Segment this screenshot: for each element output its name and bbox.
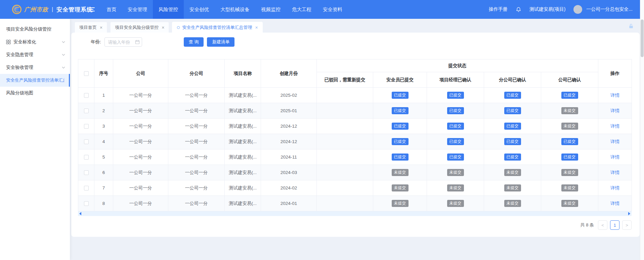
cell-month: 2025-01 (261, 103, 317, 119)
row-checkbox[interactable] (84, 139, 89, 144)
cell-status: 未提交 (373, 165, 427, 180)
status-badge: 未提交 (392, 169, 409, 176)
cell-branch: 一公司一分 (168, 119, 225, 134)
tab-close-icon[interactable]: × (100, 25, 102, 30)
cell-company: 一公司一分 (113, 149, 168, 165)
cell-company: 一公司一分 (113, 196, 168, 211)
table-body: 1一公司一分一公司一分测试建安易(...2025-02已提交已提交已提交已提交详… (78, 88, 632, 211)
detail-link[interactable]: 详情 (610, 185, 619, 190)
header-project: 项目名称 (225, 59, 261, 88)
status-badge: 已提交 (504, 138, 521, 145)
table-row: 3一公司一分一公司一分测试建安易(...2024-12已提交已提交已提交未提交详… (78, 119, 632, 134)
cell-status: 未提交 (541, 180, 598, 196)
page-number-button[interactable]: 1 (610, 220, 619, 230)
tab-close-icon[interactable]: × (162, 25, 164, 30)
row-checkbox[interactable] (84, 186, 89, 190)
header-branch: 分公司 (168, 59, 225, 88)
tenant-name[interactable]: 测试建安易(项目) (529, 6, 565, 12)
lock-icon[interactable] (628, 23, 634, 29)
top-nav: 首页安全管理风险管控安全创优大型机械设备视频监控危大工程安全资料 (88, 0, 348, 19)
row-checkbox[interactable] (84, 124, 89, 129)
detail-link[interactable]: 详情 (610, 155, 619, 160)
nav-item-3[interactable]: 安全创优 (184, 0, 215, 19)
year-input[interactable] (104, 37, 142, 47)
detail-link[interactable]: 详情 (610, 93, 619, 98)
row-checkbox[interactable] (84, 93, 89, 98)
sidebar-item-label: 项目安全风险分级管控 (6, 26, 65, 32)
manual-link[interactable]: 操作手册 (489, 6, 508, 12)
detail-link[interactable]: 详情 (610, 108, 619, 113)
scroll-left-icon[interactable] (79, 212, 81, 215)
horizontal-scrollbar[interactable] (78, 211, 632, 216)
row-checkbox[interactable] (84, 201, 89, 206)
tab-label: 安全生产风险排查管控清单汇总管理 (182, 25, 252, 31)
pagination: 共 8 条 < 1 > (71, 220, 632, 230)
cell-status: 未提交 (541, 196, 598, 211)
detail-link[interactable]: 详情 (610, 201, 619, 206)
sidebar-item-2[interactable]: 安全隐患管理 (0, 48, 70, 61)
cell-status: 已提交 (541, 134, 598, 149)
cell-status: 未提交 (373, 196, 427, 211)
select-all-checkbox[interactable] (84, 71, 89, 76)
detail-link[interactable]: 详情 (610, 139, 619, 144)
prev-page-button[interactable]: < (598, 220, 607, 230)
cell-company: 一公司一分 (113, 88, 168, 103)
tab-2[interactable]: 安全生产风险排查管控清单汇总管理× (172, 22, 262, 33)
row-checkbox[interactable] (84, 155, 89, 160)
cell-select (78, 103, 94, 119)
create-list-button[interactable]: 新建清单 (207, 37, 234, 47)
next-page-button[interactable]: > (622, 220, 632, 230)
nav-item-2[interactable]: 风险管控 (153, 0, 184, 19)
user-name[interactable]: 一公司一分总包安全... (586, 6, 633, 12)
sidebar-item-5[interactable]: 风险分级地图 (0, 87, 70, 99)
scroll-right-icon[interactable] (628, 212, 630, 215)
table-row: 2一公司一分一公司一分测试建安易(...2025-01已提交已提交已提交未提交详… (78, 103, 632, 119)
nav-item-6[interactable]: 危大工程 (286, 0, 317, 19)
nav-item-4[interactable]: 大型机械设备 (215, 0, 255, 19)
collapse-menu-icon[interactable] (89, 6, 95, 12)
cell-status: 未提交 (427, 196, 484, 211)
tab-1[interactable]: 项目安全风险分级管控× (110, 22, 169, 33)
cell-branch: 一公司一分 (168, 196, 225, 211)
cell-index: 4 (94, 134, 113, 149)
cell-index: 3 (94, 119, 113, 134)
cell-branch: 一公司一分 (168, 165, 225, 180)
nav-item-0[interactable]: 首页 (101, 0, 122, 19)
cell-status: 已提交 (484, 103, 541, 119)
cell-action: 详情 (598, 119, 632, 134)
cell-project: 测试建安易(... (225, 119, 261, 134)
sidebar-item-3[interactable]: 安全验收管理 (0, 61, 70, 74)
cell-status: 未提交 (427, 180, 484, 196)
tab-0[interactable]: 项目首页× (75, 22, 107, 33)
detail-link[interactable]: 详情 (610, 124, 619, 129)
header-status-rejected: 已驳回，需重新提交 (317, 72, 373, 88)
nav-item-1[interactable]: 安全管理 (122, 0, 153, 19)
sidebar-item-4[interactable]: 安全生产风险排查管控清单汇总 (0, 74, 70, 87)
cell-status: 已提交 (373, 149, 427, 165)
cell-status: 已提交 (484, 134, 541, 149)
cell-status: 已提交 (484, 149, 541, 165)
notification-bell-icon[interactable] (516, 7, 521, 12)
cell-select (78, 180, 94, 196)
detail-link[interactable]: 详情 (610, 170, 619, 175)
search-button[interactable]: 查 询 (184, 37, 204, 47)
cell-project: 测试建安易(... (225, 134, 261, 149)
cell-status: 已提交 (484, 88, 541, 103)
page-scrollbar[interactable] (640, 0, 644, 260)
nav-item-7[interactable]: 安全资料 (317, 0, 348, 19)
page-scrollbar-thumb[interactable] (641, 19, 644, 57)
sidebar-item-0[interactable]: 项目安全风险分级管控 (0, 23, 70, 36)
cell-project: 测试建安易(... (225, 180, 261, 196)
row-checkbox[interactable] (84, 109, 89, 113)
nav-item-5[interactable]: 视频监控 (255, 0, 286, 19)
sidebar-item-1[interactable]: 安全标准化 (0, 36, 70, 48)
tab-close-icon[interactable]: × (255, 25, 258, 30)
row-checkbox[interactable] (84, 170, 89, 175)
pagination-total: 共 8 条 (581, 222, 594, 228)
status-badge: 未提交 (504, 169, 521, 176)
cell-status: 未提交 (541, 165, 598, 180)
user-avatar[interactable] (573, 5, 582, 14)
header-month: 创建月份 (261, 59, 317, 88)
cell-select (78, 134, 94, 149)
sidebar: 项目安全风险分级管控安全标准化安全隐患管理安全验收管理安全生产风险排查管控清单汇… (0, 19, 70, 260)
